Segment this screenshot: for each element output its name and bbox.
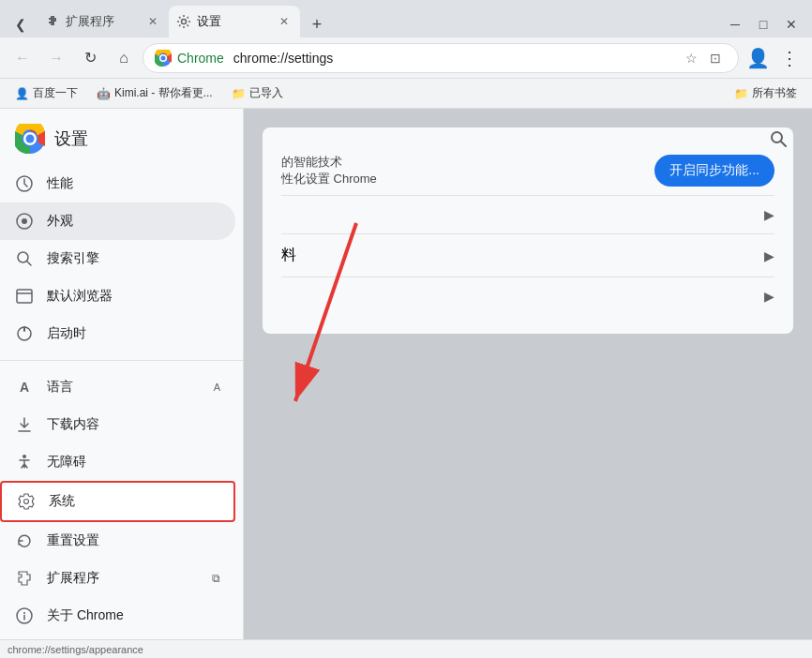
sidebar-item-search[interactable]: 搜索引擎 <box>0 240 235 277</box>
sync-button[interactable]: 开启同步功能... <box>654 155 774 187</box>
sidebar-item-accessibility[interactable]: 无障碍 <box>0 443 235 481</box>
reset-label: 重置设置 <box>47 532 220 549</box>
sync-text-2: 性化设置 Chrome <box>281 171 377 187</box>
svg-rect-12 <box>17 290 32 303</box>
menu-button[interactable]: ⋮ <box>774 43 804 73</box>
sidebar-item-default-browser[interactable]: 默认浏览器 <box>0 277 235 315</box>
all-bookmarks-label: 所有书签 <box>752 85 797 101</box>
extensions-sidebar-label: 扩展程序 <box>47 570 199 587</box>
chrome-logo <box>15 124 45 154</box>
settings-content: 的智能技术 性化设置 Chrome 开启同步功能... ▶ 料 ▶ ▶ <box>244 109 812 639</box>
accessibility-icon <box>15 453 34 471</box>
tab-settings[interactable]: 设置 ✕ <box>169 6 300 37</box>
extensions-favicon <box>45 14 60 29</box>
sidebar-scroll-indicator <box>0 635 243 639</box>
svg-point-20 <box>23 612 25 614</box>
svg-point-6 <box>26 135 35 143</box>
tab-extensions-title: 扩展程序 <box>66 13 139 30</box>
content-search-button[interactable] <box>763 124 793 154</box>
svg-line-11 <box>27 262 31 265</box>
startup-icon <box>15 324 34 343</box>
new-tab-button[interactable]: + <box>304 11 330 37</box>
bookmark-imported[interactable]: 📁 已导入 <box>224 83 291 103</box>
svg-point-10 <box>18 252 28 262</box>
language-label: 语言 <box>47 379 201 396</box>
tab-extensions-close[interactable]: ✕ <box>144 13 161 30</box>
sync-row: 的智能技术 性化设置 Chrome 开启同步功能... <box>281 146 774 195</box>
sidebar-item-appearance[interactable]: 外观 <box>0 202 235 240</box>
search-label: 搜索引擎 <box>47 250 220 267</box>
maximize-button[interactable]: □ <box>750 11 776 37</box>
window-controls: ─ □ ✕ <box>722 11 804 37</box>
appearance-icon <box>15 212 34 231</box>
baidu-label: 百度一下 <box>33 85 78 101</box>
sidebar-item-about[interactable]: 关于 Chrome <box>0 597 235 635</box>
settings-favicon <box>176 14 191 29</box>
forward-button[interactable]: → <box>41 43 71 73</box>
bookmarks-bar: 👤 百度一下 🤖 Kimi.ai - 帮你看更... 📁 已导入 📁 所有书签 <box>0 79 812 109</box>
extensions-sidebar-icon <box>15 569 34 588</box>
startup-label: 启动时 <box>47 325 220 342</box>
tab-extensions[interactable]: 扩展程序 ✕ <box>38 6 169 37</box>
sidebar-item-performance[interactable]: 性能 <box>0 165 235 202</box>
tab-scroll-left[interactable]: ❮ <box>8 11 34 37</box>
performance-label: 性能 <box>47 175 220 192</box>
svg-point-3 <box>161 55 166 60</box>
address-text: Chrome chrome://settings <box>177 51 674 66</box>
reload-button[interactable]: ↻ <box>75 43 105 73</box>
home-button[interactable]: ⌂ <box>109 43 139 73</box>
sidebar-item-extensions[interactable]: 扩展程序 ⧉ <box>0 560 235 597</box>
profile-button[interactable]: 👤 <box>743 43 773 73</box>
search-icon <box>15 249 34 268</box>
kimi-icon: 🤖 <box>97 87 111 100</box>
sidebar-item-system[interactable]: 系统 <box>0 481 235 522</box>
tab-bar: ❮ 扩展程序 ✕ 设置 ✕ + ─ □ <box>0 0 812 37</box>
browser-icon <box>15 287 34 306</box>
minimize-button[interactable]: ─ <box>722 11 748 37</box>
svg-point-0 <box>182 20 187 24</box>
tab-settings-title: 设置 <box>197 13 270 30</box>
appearance-label: 外观 <box>47 213 220 230</box>
baidu-icon: 👤 <box>15 87 29 100</box>
bookmark-star-button[interactable]: ☆ <box>680 47 702 69</box>
accessibility-label: 无障碍 <box>47 454 220 471</box>
sidebar-header: 设置 <box>0 109 243 165</box>
settings-row-3[interactable]: ▶ <box>281 277 774 315</box>
nav-bar: ← → ↻ ⌂ Chrome chrome://settings <box>0 37 812 79</box>
downloads-icon <box>15 415 34 434</box>
language-translate-icon: A <box>214 381 220 393</box>
close-button[interactable]: ✕ <box>778 11 804 37</box>
row-2-label: 料 <box>281 246 296 265</box>
system-icon <box>17 492 36 511</box>
imported-label: 已导入 <box>249 85 283 101</box>
settings-row-2[interactable]: 料 ▶ <box>281 233 774 277</box>
chevron-icon-1: ▶ <box>764 207 774 222</box>
settings-row-1[interactable]: ▶ <box>281 195 774 233</box>
svg-line-23 <box>781 142 786 146</box>
reading-list-button[interactable]: ⊡ <box>704 47 727 69</box>
tab-bar-left: ❮ <box>8 11 34 37</box>
address-bar[interactable]: Chrome chrome://settings ☆ ⊡ <box>143 43 739 73</box>
sidebar-item-startup[interactable]: 启动时 <box>0 315 235 352</box>
tab-settings-close[interactable]: ✕ <box>276 13 293 30</box>
sidebar-item-downloads[interactable]: 下载内容 <box>0 406 235 443</box>
address-url: chrome://settings <box>233 51 334 66</box>
sync-description: 的智能技术 性化设置 Chrome <box>281 154 377 187</box>
downloads-label: 下载内容 <box>47 416 220 433</box>
sidebar-item-reset[interactable]: 重置设置 <box>0 522 235 560</box>
bookmark-baidu[interactable]: 👤 百度一下 <box>8 83 85 103</box>
bookmark-kimi[interactable]: 🤖 Kimi.ai - 帮你看更... <box>89 83 220 103</box>
all-bookmarks-folder-icon: 📁 <box>734 87 748 100</box>
back-button[interactable]: ← <box>8 43 38 73</box>
content-search-area <box>763 124 793 154</box>
extensions-external-icon: ⧉ <box>212 572 220 585</box>
chevron-icon-3: ▶ <box>764 289 774 304</box>
svg-point-17 <box>23 455 26 458</box>
site-icon <box>155 50 172 67</box>
main-area: 设置 性能 外观 <box>0 109 812 639</box>
all-bookmarks-btn[interactable]: 📁 所有书签 <box>727 83 804 103</box>
about-label: 关于 Chrome <box>47 607 220 624</box>
address-brand: Chrome <box>177 51 224 66</box>
default-browser-label: 默认浏览器 <box>47 288 220 305</box>
sidebar-item-language[interactable]: A 语言 A <box>0 368 235 406</box>
